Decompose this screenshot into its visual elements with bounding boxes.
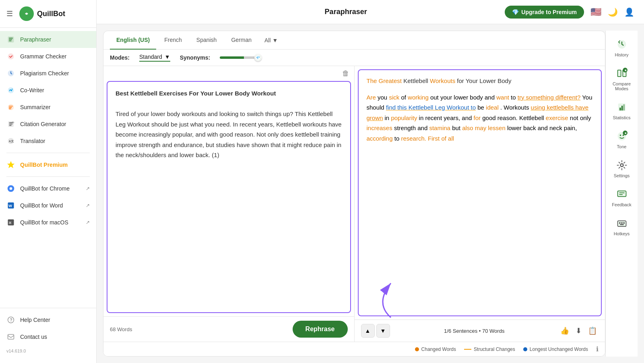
sidebar-item-translator[interactable]: A文 Translator	[0, 133, 96, 149]
sidebar-item-plagiarism-label: Plagiarism Checker	[20, 70, 69, 77]
output-text: The Greatest Kettlebell Workouts for You…	[358, 69, 602, 316]
sidebar-item-citation[interactable]: 99 Citation Generator	[0, 116, 96, 133]
dark-mode-icon[interactable]: 🌙	[608, 7, 618, 17]
divider2	[6, 176, 90, 177]
upgrade-button[interactable]: 💎 Upgrade to Premium	[505, 6, 584, 19]
svg-rect-28	[619, 108, 621, 110]
out-notonly: not only	[570, 114, 591, 121]
logo-icon	[19, 6, 34, 21]
contact-label: Contact us	[20, 334, 47, 340]
dropdown-arrow: ▼	[272, 37, 278, 44]
copy-button[interactable]: 📋	[586, 325, 599, 337]
history-label: History	[615, 52, 628, 57]
output-footer: ▲ ▼ 1/6 Sentences • 70 Words 👍 ⬇ 📋	[355, 319, 605, 342]
svg-rect-20	[8, 334, 14, 339]
upgrade-label: Upgrade to Premium	[521, 9, 577, 15]
tab-german[interactable]: German	[225, 31, 258, 50]
out-research: research. First of all	[401, 135, 454, 142]
citation-icon: 99	[6, 120, 15, 129]
out-lower: out your lower body and	[430, 94, 496, 101]
premium-icon	[6, 160, 15, 169]
tab-spanish[interactable]: Spanish	[190, 31, 223, 50]
user-icon[interactable]: 👤	[624, 7, 634, 17]
sidebar-item-cowriter[interactable]: Co-Writer	[0, 82, 96, 99]
out-want: want	[496, 94, 509, 101]
sidebar-item-grammar-label: Grammar Checker	[20, 53, 66, 60]
out-sick: sick	[389, 94, 399, 101]
nav-prev-button[interactable]: ▲	[361, 324, 375, 338]
output-body: Are you sick of working out your lower b…	[367, 92, 593, 144]
cowriter-icon	[6, 86, 15, 95]
sidebar-item-plagiarism[interactable]: Plagiarism Checker	[0, 65, 96, 82]
logo-text: QuillBot	[37, 10, 65, 18]
help-icon: ?	[6, 315, 15, 324]
delete-button[interactable]: 🗑	[342, 69, 349, 78]
svg-rect-23	[617, 70, 621, 77]
right-item-settings[interactable]: Settings	[607, 155, 636, 182]
right-item-hotkeys[interactable]: Hotkeys	[607, 213, 636, 240]
text-input[interactable]: Best Kettlebell Exercises For Your Lower…	[107, 81, 351, 313]
sidebar-item-contact[interactable]: Contact us	[0, 328, 96, 345]
tab-french[interactable]: French	[158, 31, 188, 50]
editor-panel: English (US) French Spanish German All ▼	[103, 31, 605, 357]
input-word-count: 68 Words	[110, 326, 132, 332]
svg-point-1	[26, 13, 28, 15]
legend-info-button[interactable]: ℹ	[596, 345, 599, 353]
language-tabs: English (US) French Spanish German All ▼	[103, 31, 605, 50]
input-title: Best Kettlebell Exercises For Your Lower…	[116, 90, 276, 97]
sidebar-item-citation-label: Citation Generator	[20, 121, 66, 127]
svg-rect-29	[621, 106, 623, 111]
sidebar-item-mac[interactable]: ⌘ QuillBot for macOS ↗	[0, 214, 96, 231]
input-body: Tired of your lower body workouts and lo…	[116, 110, 342, 158]
svg-point-32	[619, 135, 621, 136]
sidebar-item-help[interactable]: ? Help Center	[0, 311, 96, 328]
tab-all[interactable]: All ▼	[260, 31, 283, 49]
slider-track: 💎	[220, 56, 260, 59]
title-changed-1: The Greatest	[367, 77, 402, 84]
out-are: Are	[367, 94, 376, 101]
legend-longest: Longest Unchanged Words	[523, 346, 588, 352]
hamburger-icon[interactable]: ☰	[6, 9, 13, 18]
mode-selector[interactable]: Standard ▼	[139, 54, 170, 62]
svg-point-13	[10, 187, 12, 190]
nav-next-button[interactable]: ▼	[376, 324, 390, 338]
svg-rect-42	[620, 224, 623, 225]
right-item-statistics[interactable]: Statistics	[607, 97, 636, 124]
out-you: you	[378, 94, 389, 101]
longest-dot	[523, 347, 527, 351]
title-normal-2: for Your Lower Body	[457, 77, 511, 84]
sidebar-item-summarizer[interactable]: Summarizer	[0, 99, 96, 116]
download-button[interactable]: ⬇	[574, 325, 583, 337]
sidebar-item-translator-label: Translator	[20, 138, 45, 144]
mac-icon: ⌘	[6, 218, 15, 227]
sidebar-item-premium[interactable]: QuillBot Premium	[0, 156, 96, 173]
hotkeys-icon	[615, 217, 628, 230]
sidebar-item-word[interactable]: W QuillBot for Word ↗	[0, 197, 96, 214]
out-of: of	[401, 94, 408, 101]
thumbs-up-button[interactable]: 👍	[559, 325, 571, 337]
out-alsomay: also may lessen	[462, 124, 506, 131]
tone-label: Tone	[617, 144, 627, 149]
right-item-feedback[interactable]: Feedback	[607, 184, 636, 211]
modes-bar: Modes: Standard ▼ Synonyms: 💎	[103, 50, 605, 66]
synonyms-slider[interactable]: 💎	[220, 56, 260, 59]
tab-english[interactable]: English (US)	[110, 31, 156, 50]
sidebar-item-paraphraser[interactable]: Paraphraser	[0, 31, 96, 48]
svg-text:?: ?	[10, 318, 12, 322]
sidebar-item-grammar[interactable]: Grammar Checker	[0, 48, 96, 65]
right-item-history[interactable]: History	[607, 34, 636, 61]
chrome-label: QuillBot for Chrome	[20, 185, 70, 192]
out-exercise: exercise	[546, 114, 568, 121]
longest-label: Longest Unchanged Words	[530, 346, 588, 352]
sentence-info: 1/6 Sentences • 70 Words	[444, 328, 504, 334]
svg-text:⌘: ⌘	[8, 221, 12, 225]
sidebar-footer: ? Help Center Contact us v14.619.0	[0, 308, 96, 363]
right-item-tone[interactable]: ★ Tone	[607, 126, 636, 153]
out-according: according	[367, 135, 393, 142]
right-item-compare[interactable]: ★ Compare Modes	[607, 63, 636, 95]
sidebar-item-chrome[interactable]: QuillBot for Chrome ↗	[0, 180, 96, 197]
legend-bar: Changed Words Structural Changes Longest…	[103, 342, 605, 356]
main-content: Paraphraser 💎 Upgrade to Premium 🇺🇸 🌙 👤 …	[97, 0, 644, 363]
flag-icon[interactable]: 🇺🇸	[590, 7, 601, 17]
rephrase-button[interactable]: Rephrase	[293, 321, 348, 338]
